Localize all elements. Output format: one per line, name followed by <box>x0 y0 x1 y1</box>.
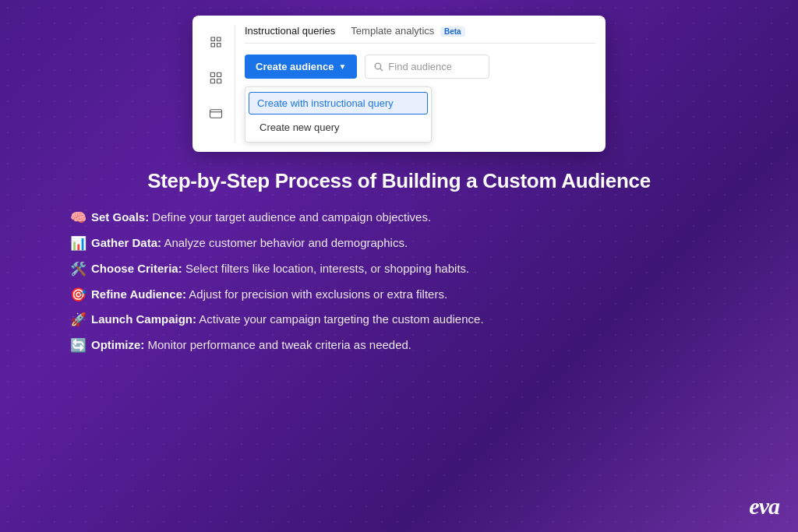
step-gather-data: 📊 Gather Data: Analyze customer behavior… <box>70 234 728 253</box>
panel-content: Instructional queries Template analytics… <box>245 25 596 143</box>
screenshot-panel: Instructional queries Template analytics… <box>192 16 606 152</box>
chevron-down-icon: ▼ <box>338 62 346 71</box>
tab-template-analytics[interactable]: Template analytics Beta <box>351 25 464 37</box>
step-emoji-criteria: 🛠️ <box>70 260 87 279</box>
steps-list: 🧠 Set Goals: Define your target audience… <box>55 209 743 355</box>
step-label-data: Gather Data: <box>91 236 161 249</box>
step-text-data: Analyze customer behavior and demographi… <box>164 236 408 249</box>
step-emoji-optimize: 🔄 <box>70 336 87 355</box>
search-icon <box>373 62 383 72</box>
tab-instructional-queries[interactable]: Instructional queries <box>245 25 335 37</box>
step-label-launch: Launch Campaign: <box>91 312 196 326</box>
tabs-row: Instructional queries Template analytics… <box>245 25 596 44</box>
step-text-optimize: Monitor performance and tweak criteria a… <box>148 338 412 351</box>
step-label-goals: Set Goals: <box>91 210 149 224</box>
step-text-goals: Define your target audience and campaign… <box>152 210 431 224</box>
step-text-criteria: Select filters like location, interests,… <box>185 262 469 275</box>
step-emoji-data: 📊 <box>70 234 87 253</box>
step-text-launch: Activate your campaign targeting the cus… <box>199 312 483 326</box>
step-label-criteria: Choose Criteria: <box>91 262 182 275</box>
sidebar-icon-3[interactable] <box>205 103 227 125</box>
main-container: Instructional queries Template analytics… <box>0 0 798 532</box>
step-label-optimize: Optimize: <box>91 338 144 351</box>
sidebar-icon-1[interactable] <box>205 31 227 53</box>
toolbar-row: Create audience ▼ Find audience <box>245 55 596 79</box>
eva-logo-text: eva <box>749 493 779 519</box>
sidebar-icon-2[interactable] <box>205 67 227 89</box>
sidebar-icons <box>202 25 235 143</box>
create-audience-button[interactable]: Create audience ▼ <box>245 55 357 79</box>
main-title: Step-by-Step Process of Building a Custo… <box>55 169 743 193</box>
step-emoji-goals: 🧠 <box>70 209 87 227</box>
create-audience-label: Create audience <box>256 61 334 72</box>
step-launch-campaign: 🚀 Launch Campaign: Activate your campaig… <box>70 311 728 329</box>
step-set-goals: 🧠 Set Goals: Define your target audience… <box>70 209 728 227</box>
eva-logo: eva <box>749 493 779 520</box>
svg-line-7 <box>380 69 383 71</box>
svg-rect-0 <box>210 72 214 76</box>
find-audience-search[interactable]: Find audience <box>365 55 489 79</box>
create-audience-dropdown: Create with instructional query Create n… <box>245 86 432 143</box>
step-text-refine: Adjust for precision with exclusions or … <box>189 287 447 301</box>
search-placeholder: Find audience <box>388 61 452 72</box>
dropdown-item-instructional-query[interactable]: Create with instructional query <box>249 92 428 115</box>
step-emoji-refine: 🎯 <box>70 286 87 305</box>
beta-badge: Beta <box>440 26 465 37</box>
svg-rect-2 <box>210 79 214 83</box>
content-section: Step-by-Step Process of Building a Custo… <box>31 169 767 355</box>
svg-rect-1 <box>217 72 221 76</box>
step-choose-criteria: 🛠️ Choose Criteria: Select filters like … <box>70 260 728 279</box>
dropdown-item-new-query[interactable]: Create new query <box>245 116 431 139</box>
svg-rect-4 <box>210 110 222 118</box>
step-emoji-launch: 🚀 <box>70 311 87 329</box>
svg-point-6 <box>376 63 382 69</box>
step-optimize: 🔄 Optimize: Monitor performance and twea… <box>70 336 728 355</box>
step-label-refine: Refine Audience: <box>91 287 186 301</box>
svg-rect-3 <box>217 79 221 83</box>
step-refine-audience: 🎯 Refine Audience: Adjust for precision … <box>70 286 728 305</box>
